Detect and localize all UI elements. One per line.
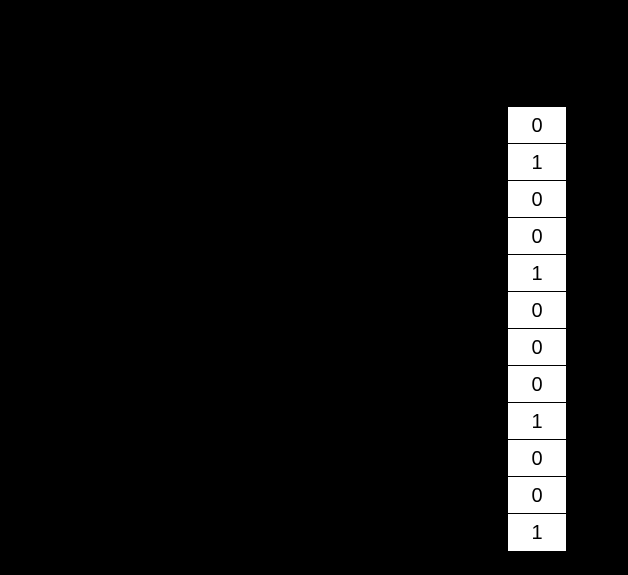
bit-cell: 1 [508,255,566,292]
diagram-canvas: 0 1 0 0 1 0 0 0 1 0 0 1 [0,0,628,575]
bit-cell: 0 [508,477,566,514]
bit-cell: 0 [508,366,566,403]
bit-cell: 0 [508,440,566,477]
bit-cell: 0 [508,292,566,329]
bit-cell: 1 [508,514,566,551]
bit-cell: 0 [508,329,566,366]
bit-cell: 1 [508,144,566,181]
bit-column: 0 1 0 0 1 0 0 0 1 0 0 1 [507,106,567,552]
bit-cell: 1 [508,403,566,440]
bit-cell: 0 [508,181,566,218]
bit-cell: 0 [508,107,566,144]
bit-cell: 0 [508,218,566,255]
